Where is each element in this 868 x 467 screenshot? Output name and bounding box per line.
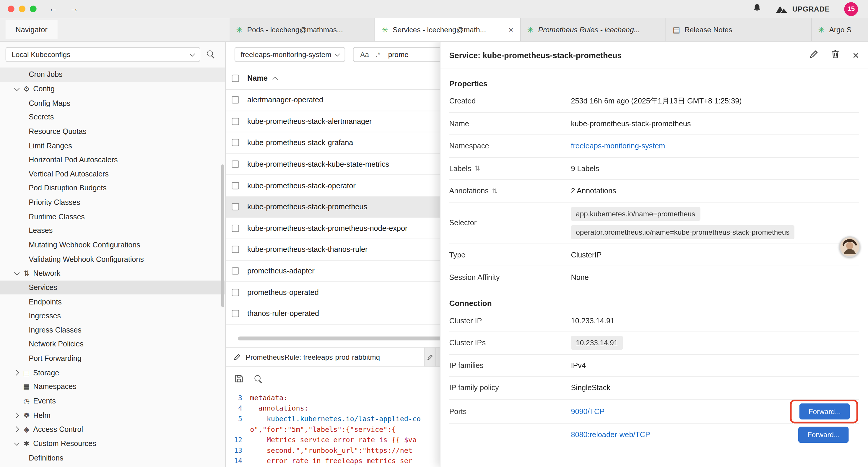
expand-chevron-icon[interactable]: [12, 269, 21, 278]
app-tab[interactable]: ✳ Prometheus Rules - icecheng... ×: [521, 18, 666, 41]
expand-chevron-icon[interactable]: [12, 425, 21, 434]
window-close-button[interactable]: [8, 6, 14, 12]
annotations-label: Annotations: [449, 187, 489, 195]
save-icon[interactable]: [235, 374, 243, 385]
detail-label: Type: [449, 251, 571, 259]
row-checkbox[interactable]: [232, 139, 239, 146]
sidebar-item[interactable]: Config Maps: [0, 96, 225, 110]
sidebar-item[interactable]: Resource Quotas: [0, 124, 225, 138]
sidebar-item[interactable]: Secrets: [0, 110, 225, 124]
sidebar-item[interactable]: Pod Disruption Budgets: [0, 181, 225, 195]
app-tab[interactable]: ▤ Release Notes ×: [666, 18, 811, 41]
expand-chevron-icon[interactable]: [12, 397, 21, 406]
app-tab[interactable]: ✳ Services - icecheng@math... ×: [375, 18, 521, 41]
row-checkbox[interactable]: [232, 203, 239, 210]
window-minimize-button[interactable]: [19, 6, 25, 12]
close-drawer-icon[interactable]: ×: [852, 50, 859, 61]
notifications-bell-icon[interactable]: [753, 3, 761, 14]
upgrade-button[interactable]: UPGRADE: [776, 5, 830, 13]
match-case-toggle[interactable]: Aa: [360, 50, 369, 59]
tab-label: Release Notes: [685, 25, 733, 34]
tab-label: Services - icecheng@math...: [393, 25, 486, 34]
sort-ascending-icon[interactable]: [272, 76, 278, 82]
sidebar-item[interactable]: Endpoints: [0, 295, 225, 309]
search-input[interactable]: [387, 50, 437, 59]
namespace-selector[interactable]: freeleaps-monitoring-system: [235, 47, 345, 62]
sidebar-item[interactable]: ✱ Custom Resources: [0, 437, 225, 451]
row-checkbox[interactable]: [232, 96, 239, 104]
row-checkbox[interactable]: [232, 182, 239, 189]
sidebar-item-label: Helm: [33, 411, 51, 419]
port-row: 9090/TCP Forward...: [571, 399, 859, 423]
row-checkbox[interactable]: [232, 118, 239, 125]
tree-item-icon: ◈: [21, 425, 32, 434]
sidebar-search-icon[interactable]: [207, 50, 215, 59]
window-zoom-button[interactable]: [30, 6, 36, 12]
app-tab[interactable]: ✳ Pods - icecheng@mathmas... ×: [229, 18, 375, 41]
sort-toggle-icon[interactable]: ⇅: [474, 165, 480, 172]
sidebar-scrollbar[interactable]: [221, 164, 224, 307]
regex-toggle[interactable]: .*: [375, 50, 380, 59]
app-tab[interactable]: ✳ Argo S ×: [812, 18, 868, 41]
sidebar-item[interactable]: Ingresses: [0, 309, 225, 323]
sidebar-item[interactable]: ◈ Access Control: [0, 422, 225, 437]
sidebar-item[interactable]: Definitions: [0, 451, 225, 465]
sidebar-item[interactable]: Vertical Pod Autoscalers: [0, 167, 225, 181]
sidebar-item[interactable]: ☸ Helm: [0, 408, 225, 422]
row-checkbox[interactable]: [232, 225, 239, 232]
sidebar-item[interactable]: Services: [0, 281, 225, 295]
expand-chevron-icon[interactable]: [12, 439, 21, 448]
lens-logo-icon: [776, 5, 788, 13]
sidebar-item[interactable]: ⚙ Config: [0, 82, 225, 96]
sidebar-item[interactable]: ▦ Namespaces: [0, 380, 225, 394]
sidebar-item[interactable]: Port Forwarding: [0, 351, 225, 366]
sort-toggle-icon[interactable]: ⇅: [492, 187, 498, 195]
expand-chevron-icon[interactable]: [12, 411, 21, 420]
delete-icon[interactable]: [832, 50, 839, 61]
sidebar-item[interactable]: Network Policies: [0, 337, 225, 351]
sidebar-item[interactable]: ◷ Events: [0, 394, 225, 408]
line-number: 5: [226, 413, 250, 424]
row-checkbox[interactable]: [232, 246, 239, 253]
sidebar-item[interactable]: Horizontal Pod Autoscalers: [0, 153, 225, 167]
sidebar-item[interactable]: Runtime Classes: [0, 209, 225, 224]
section-heading-properties: Properties: [449, 79, 859, 88]
forward-button[interactable]: Forward...: [799, 427, 848, 443]
sidebar-item[interactable]: Leases: [0, 224, 225, 238]
expand-chevron-icon[interactable]: [12, 368, 21, 377]
sidebar-item-label: Priority Classes: [29, 198, 80, 207]
port-link[interactable]: 9090/TCP: [571, 407, 604, 415]
sidebar-item[interactable]: ⇅ Network: [0, 266, 225, 281]
sidebar-item[interactable]: Validating Webhook Configurations: [0, 252, 225, 266]
port-link[interactable]: 8080:reloader-web/TCP: [571, 431, 650, 439]
tab-close-icon[interactable]: ×: [508, 25, 513, 34]
sidebar-item[interactable]: Limit Ranges: [0, 139, 225, 153]
expand-chevron-icon[interactable]: [12, 84, 21, 93]
sidebar-item[interactable]: Mutating Webhook Configurations: [0, 238, 225, 252]
edit-icon[interactable]: [809, 50, 818, 61]
row-checkbox[interactable]: [232, 310, 239, 317]
back-button[interactable]: ←: [49, 4, 58, 14]
notification-count-badge[interactable]: 15: [844, 2, 858, 16]
forward-button[interactable]: →: [70, 4, 79, 14]
kubeconfig-selector[interactable]: Local Kubeconfigs: [6, 47, 200, 62]
row-checkbox[interactable]: [232, 267, 239, 274]
editor-search-icon[interactable]: [254, 375, 262, 384]
dock-tab-prometheusrule[interactable]: PrometheusRule: freeleaps-prod-rabbitmq: [226, 348, 425, 367]
user-avatar[interactable]: [839, 236, 860, 258]
sidebar-item[interactable]: ▤ Storage: [0, 366, 225, 380]
detail-value: ClusterIP: [571, 251, 601, 259]
name-column-header[interactable]: Name: [247, 74, 268, 83]
sidebar-item-label: Ingresses: [29, 312, 61, 320]
forward-button[interactable]: Forward...: [800, 403, 850, 419]
expand-chevron-icon[interactable]: [12, 382, 21, 391]
select-all-checkbox[interactable]: [232, 75, 239, 82]
sidebar-item[interactable]: Cron Jobs: [0, 67, 225, 82]
sidebar-item[interactable]: Ingress Classes: [0, 323, 225, 337]
dock-tab-partial[interactable]: [425, 348, 436, 367]
namespace-link[interactable]: freeleaps-monitoring-system: [571, 142, 665, 150]
row-checkbox[interactable]: [232, 160, 239, 168]
sidebar-item[interactable]: Priority Classes: [0, 195, 225, 209]
detail-value: 10.233.14.91: [571, 317, 615, 325]
row-checkbox[interactable]: [232, 289, 239, 296]
